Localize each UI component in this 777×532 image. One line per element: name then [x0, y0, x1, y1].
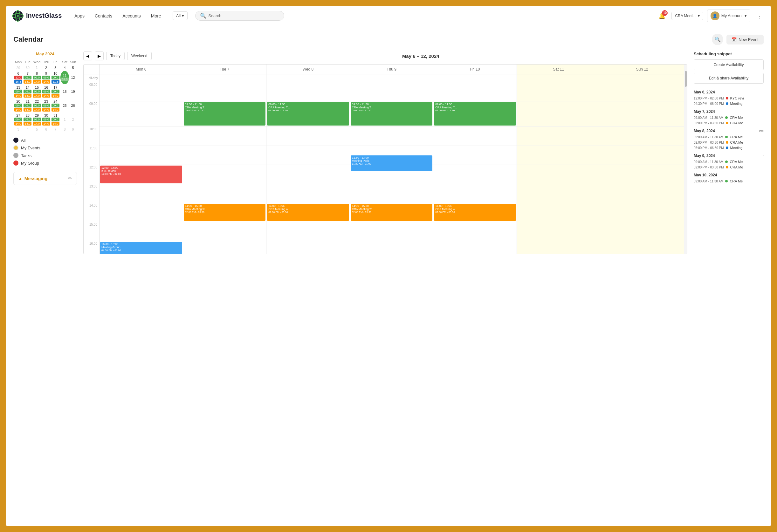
time-cell-fri-1300[interactable]	[433, 184, 517, 203]
time-cell-thu-1300[interactable]	[350, 184, 434, 203]
time-cell-mon-1600[interactable]: 16:30 - 18:00 Meeting Group 04:30 PM - 0…	[100, 241, 183, 254]
time-cell-tue-0900[interactable]: 09:00 - 11:30 CRA Meeting T... 09:00 AM …	[183, 101, 267, 127]
today-button[interactable]: Today	[106, 52, 125, 60]
account-dropdown[interactable]: 👤 My Account ▾	[707, 10, 750, 22]
time-cell-tue-1400[interactable]: 14:00 - 15:30 CRA Meeting w... 02:00 PM …	[183, 203, 267, 222]
edit-share-availability-button[interactable]: Edit & share Availability	[694, 73, 764, 84]
time-cell-fri-1000[interactable]	[433, 127, 517, 146]
time-cell-sun-0800[interactable]	[600, 82, 684, 101]
time-cell-sun-1600[interactable]	[600, 241, 684, 254]
time-cell-tue-1200[interactable]	[183, 165, 267, 184]
time-cell-mon-1200[interactable]: 12:00 - 14:00 KYC review 12:00 PM - 02:0…	[100, 165, 183, 184]
event-meeting-group[interactable]: 16:30 - 18:00 Meeting Group 04:30 PM - 0…	[100, 242, 182, 254]
time-cell-mon-0800[interactable]	[100, 82, 183, 101]
mini-cal-day[interactable]: 2909:014:0	[32, 113, 41, 126]
mini-cal-day[interactable]: 2009:014:0	[14, 99, 23, 112]
edit-messaging-icon[interactable]: ✏	[68, 175, 72, 181]
time-cell-tue-1600[interactable]	[183, 241, 267, 254]
time-cell-wed-1400[interactable]: 14:00 - 15:30 CRA Meeting w... 02:00 PM …	[266, 203, 350, 222]
create-availability-button[interactable]: Create Availability	[694, 59, 764, 70]
time-cell-mon-1300[interactable]	[100, 184, 183, 203]
event-kyc-review[interactable]: 12:00 - 14:00 KYC review 12:00 PM - 02:0…	[100, 165, 182, 183]
time-cell-sat-1500[interactable]	[517, 222, 600, 241]
weekend-button[interactable]: Weekend	[127, 52, 151, 60]
mini-cal-day[interactable]: 29	[14, 65, 23, 70]
event-cra-meeting-wed[interactable]: 09:00 - 11:30 CRA Meeting T... 09:00 AM …	[267, 102, 349, 126]
mini-cal-day[interactable]: 1709:014:0	[51, 85, 60, 98]
time-cell-sun-1000[interactable]	[600, 127, 684, 146]
time-cell-mon-1000[interactable]	[100, 127, 183, 146]
mini-cal-day[interactable]: 1609:014:0	[42, 85, 50, 98]
time-cell-fri-1400[interactable]: 14:00 - 15:30 CRA Meeting w... 02:00 PM …	[433, 203, 517, 222]
mini-cal-day[interactable]: 4	[23, 127, 32, 132]
time-cell-sun-1200[interactable]	[600, 165, 684, 184]
event-cra-meeting-tue[interactable]: 09:00 - 11:30 CRA Meeting T... 09:00 AM …	[184, 102, 266, 126]
mini-cal-day[interactable]: 1	[61, 113, 69, 126]
time-cell-thu-1200[interactable]	[350, 165, 434, 184]
filter-dropdown[interactable]: All ▾	[173, 11, 188, 20]
nav-more[interactable]: More	[147, 11, 165, 20]
time-cell-sat-0900[interactable]	[517, 101, 600, 127]
mini-cal-day[interactable]: 1509:014:0	[32, 85, 41, 98]
time-cell-tue-1000[interactable]	[183, 127, 267, 146]
time-cell-wed-1000[interactable]	[266, 127, 350, 146]
time-cell-fri-0800[interactable]	[433, 82, 517, 101]
mini-cal-day[interactable]: 6	[42, 127, 50, 132]
time-cell-sun-0900[interactable]	[600, 101, 684, 127]
time-cell-thu-0900[interactable]: 09:00 - 11:30 CRA Meeting T... 09:00 AM …	[350, 101, 434, 127]
time-cell-fri-1200[interactable]	[433, 165, 517, 184]
crameeti-dropdown[interactable]: CRA Meeti... ▾	[671, 12, 703, 20]
mini-cal-day[interactable]: 3109:014:0	[51, 113, 60, 126]
mini-cal-day[interactable]: 2709:014:0	[14, 113, 23, 126]
mini-cal-day[interactable]: 25	[61, 99, 69, 112]
time-cell-fri-1100[interactable]	[433, 146, 517, 165]
mini-cal-day[interactable]: 5	[70, 65, 76, 70]
time-cell-mon-1500[interactable]	[100, 222, 183, 241]
time-cell-sat-1300[interactable]	[517, 184, 600, 203]
time-cell-sat-1600[interactable]	[517, 241, 600, 254]
mini-cal-day[interactable]: 1309:014:0	[14, 85, 23, 98]
calendar-search-button[interactable]: 🔍	[712, 34, 723, 45]
mini-cal-day[interactable]: 1409:014:0	[23, 85, 32, 98]
nav-apps[interactable]: Apps	[71, 11, 88, 20]
mini-cal-day[interactable]: 4	[61, 65, 69, 70]
mini-cal-day[interactable]: 1009:011:3	[51, 71, 60, 84]
mini-cal-day[interactable]: 2	[70, 113, 76, 126]
mini-cal-day[interactable]: 909:014:0	[42, 71, 50, 84]
time-cell-wed-1500[interactable]	[266, 222, 350, 241]
mini-cal-day[interactable]: 3009:014:0	[42, 113, 50, 126]
event-cra-meeting-thu[interactable]: 09:00 - 11:30 CRA Meeting T... 09:00 AM …	[351, 102, 433, 126]
time-cell-wed-1200[interactable]	[266, 165, 350, 184]
time-cell-sun-1300[interactable]	[600, 184, 684, 203]
time-cell-sat-1200[interactable]	[517, 165, 600, 184]
time-cell-sat-1400[interactable]	[517, 203, 600, 222]
mini-cal-day[interactable]: 2309:014:0	[42, 99, 50, 112]
time-cell-wed-1600[interactable]	[266, 241, 350, 254]
time-cell-sat-0800[interactable]	[517, 82, 600, 101]
next-week-button[interactable]: ▶	[95, 51, 104, 60]
event-cra-meeting-w-wed[interactable]: 14:00 - 15:30 CRA Meeting w... 02:00 PM …	[267, 204, 349, 221]
mini-cal-day[interactable]: 2209:014:0	[32, 99, 41, 112]
mini-cal-day[interactable]: 19	[70, 85, 76, 98]
prev-week-button[interactable]: ◀	[83, 51, 92, 60]
time-cell-tue-1500[interactable]	[183, 222, 267, 241]
time-cell-fri-1600[interactable]	[433, 241, 517, 254]
time-cell-sun-1400[interactable]	[600, 203, 684, 222]
mini-cal-day[interactable]: 2109:014:0	[23, 99, 32, 112]
time-cell-mon-1400[interactable]	[100, 203, 183, 222]
mini-cal-day[interactable]: 1	[32, 65, 41, 70]
time-cell-sun-1100[interactable]	[600, 146, 684, 165]
app-logo[interactable]: InvestGlass	[12, 10, 63, 22]
time-cell-thu-1100[interactable]: 11:30 - 13:00 Meeting Paris 11:30 AM - 0…	[350, 146, 434, 165]
mini-cal-day[interactable]: 8	[61, 127, 69, 132]
mini-cal-day[interactable]: 809:014:0	[32, 71, 41, 84]
mini-cal-day[interactable]: 1114:0	[61, 71, 69, 84]
mini-cal-day[interactable]: 3	[51, 65, 60, 70]
time-cell-sat-1100[interactable]	[517, 146, 600, 165]
time-cell-mon-0900[interactable]	[100, 101, 183, 127]
search-input[interactable]	[208, 13, 280, 18]
time-cell-thu-1600[interactable]	[350, 241, 434, 254]
mini-cal-day[interactable]: 2409:014:0	[51, 99, 60, 112]
search-bar[interactable]: 🔍	[195, 11, 284, 21]
mini-cal-day[interactable]: 18	[61, 85, 69, 98]
